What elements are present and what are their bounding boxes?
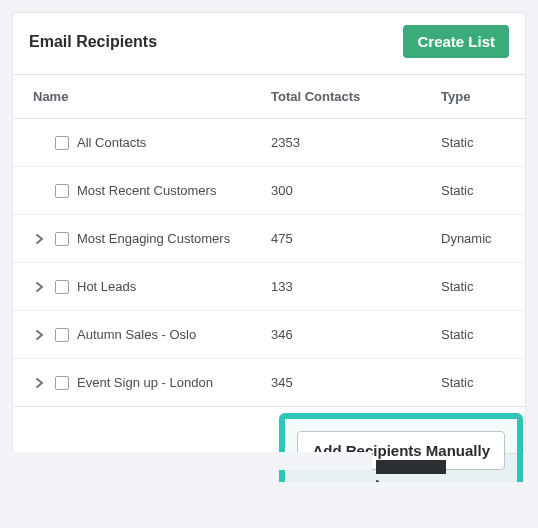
row-contacts: 133 <box>263 263 433 311</box>
chevron-right-icon[interactable] <box>36 234 44 244</box>
panel-header: Email Recipients Create List <box>13 13 525 74</box>
table-row[interactable]: Autumn Sales - Oslo346Static <box>13 311 525 359</box>
panel-footer: Add Recipients Manually <box>13 407 525 453</box>
row-name: Most Engaging Customers <box>77 231 230 246</box>
table-row[interactable]: Hot Leads133Static <box>13 263 525 311</box>
chevron-right-icon[interactable] <box>36 378 44 388</box>
bottom-strip <box>12 452 526 470</box>
chevron-right-icon[interactable] <box>36 282 44 292</box>
row-contacts: 346 <box>263 311 433 359</box>
row-contacts: 300 <box>263 167 433 215</box>
email-recipients-panel: Email Recipients Create List Name Total … <box>12 12 526 454</box>
table-row[interactable]: Event Sign up - London345Static <box>13 359 525 407</box>
dark-block <box>376 460 446 474</box>
table-header-row: Name Total Contacts Type <box>13 75 525 119</box>
cursor-icon <box>373 479 405 482</box>
row-type: Dynamic <box>433 215 525 263</box>
row-name: Most Recent Customers <box>77 183 216 198</box>
row-contacts: 345 <box>263 359 433 407</box>
row-type: Static <box>433 119 525 167</box>
create-list-button[interactable]: Create List <box>403 25 509 58</box>
row-checkbox[interactable] <box>55 232 69 246</box>
recipients-table: Name Total Contacts Type All Contacts235… <box>13 74 525 407</box>
row-name: All Contacts <box>77 135 146 150</box>
row-contacts: 2353 <box>263 119 433 167</box>
row-type: Static <box>433 359 525 407</box>
row-name: Autumn Sales - Oslo <box>77 327 196 342</box>
row-checkbox[interactable] <box>55 328 69 342</box>
panel-title: Email Recipients <box>29 33 157 51</box>
column-header-type[interactable]: Type <box>433 75 525 119</box>
row-checkbox[interactable] <box>55 184 69 198</box>
row-type: Static <box>433 167 525 215</box>
column-header-name[interactable]: Name <box>13 75 263 119</box>
row-name: Event Sign up - London <box>77 375 213 390</box>
table-row[interactable]: Most Engaging Customers475Dynamic <box>13 215 525 263</box>
row-checkbox[interactable] <box>55 376 69 390</box>
table-row[interactable]: All Contacts2353Static <box>13 119 525 167</box>
row-name: Hot Leads <box>77 279 136 294</box>
row-checkbox[interactable] <box>55 136 69 150</box>
row-contacts: 475 <box>263 215 433 263</box>
chevron-right-icon[interactable] <box>36 330 44 340</box>
table-row[interactable]: Most Recent Customers300Static <box>13 167 525 215</box>
column-header-contacts[interactable]: Total Contacts <box>263 75 433 119</box>
row-type: Static <box>433 263 525 311</box>
row-type: Static <box>433 311 525 359</box>
row-checkbox[interactable] <box>55 280 69 294</box>
